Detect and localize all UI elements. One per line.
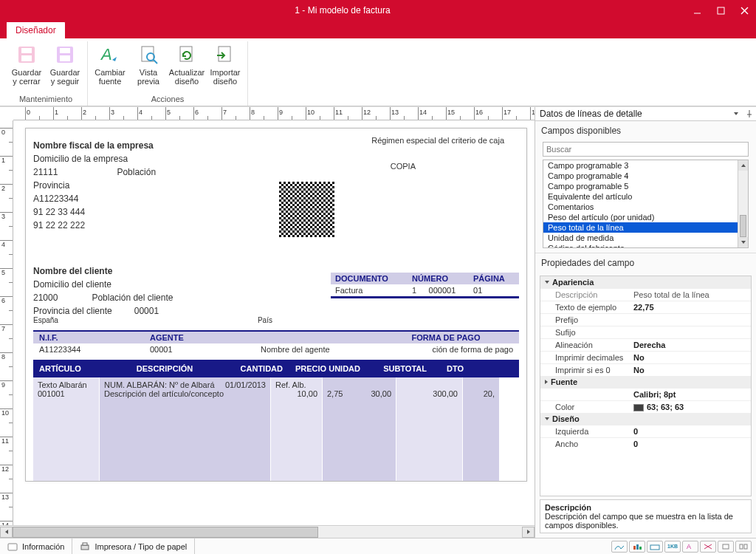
group-apariencia[interactable]: Apariencia bbox=[540, 276, 751, 288]
client-country-label: País bbox=[258, 316, 272, 324]
minimize-button[interactable] bbox=[685, 0, 709, 21]
agente-code: 00001 bbox=[150, 345, 261, 354]
maximize-button[interactable] bbox=[709, 0, 732, 21]
group-fuente[interactable]: Fuente bbox=[540, 376, 751, 388]
import-design-button[interactable]: Importar diseño bbox=[206, 41, 244, 93]
field-item[interactable]: Campo programable 3 bbox=[543, 160, 738, 171]
status-mini-8[interactable] bbox=[735, 541, 752, 553]
grid-header: ARTÍCULO DESCRIPCIÓN CANTIDAD PRECIO UNI… bbox=[33, 360, 519, 377]
status-mini-4[interactable]: 1KB bbox=[664, 541, 681, 553]
design-canvas[interactable]: Nombre fiscal de la empresa Domicilio de… bbox=[13, 120, 535, 525]
save-continue-icon bbox=[53, 43, 77, 66]
status-mini-3[interactable] bbox=[647, 541, 663, 553]
statusbar: Información Impresora / Tipo de papel 1K… bbox=[0, 538, 756, 554]
svg-rect-17 bbox=[81, 545, 89, 550]
panel-selector[interactable]: Datos de líneas de detalle bbox=[535, 107, 743, 120]
change-font-button[interactable]: A Cambiar fuente bbox=[91, 41, 129, 93]
regimen-label: Régimen especial del criterio de caja bbox=[371, 136, 504, 145]
search-input[interactable] bbox=[543, 142, 749, 157]
field-item[interactable]: Equivalente del artículo bbox=[543, 191, 738, 202]
vertical-ruler: 0123456789101112131415 bbox=[0, 120, 13, 525]
svg-rect-16 bbox=[8, 544, 17, 550]
tabstrip: Diseñador bbox=[0, 21, 756, 38]
preview-icon bbox=[137, 43, 160, 66]
field-item[interactable]: Peso total de la línea bbox=[543, 222, 738, 233]
font-icon: A bbox=[98, 43, 122, 66]
scroll-thumb[interactable] bbox=[13, 527, 318, 538]
svg-text:A: A bbox=[687, 543, 691, 550]
tab-designer[interactable]: Diseñador bbox=[6, 21, 66, 38]
col-nif-header: N.I.F. bbox=[39, 333, 150, 342]
company-zip: 21111 bbox=[33, 167, 58, 177]
company-address: Domicilio de la empresa bbox=[33, 151, 519, 164]
field-list-scrollbar[interactable] bbox=[738, 160, 748, 247]
refresh-icon bbox=[175, 43, 199, 66]
titlebar: 1 - Mi modelo de factura bbox=[0, 0, 756, 21]
save-close-icon bbox=[15, 43, 38, 66]
field-item[interactable]: Campo programable 4 bbox=[543, 171, 738, 181]
qr-code bbox=[279, 182, 334, 237]
status-mini-1[interactable] bbox=[611, 541, 628, 553]
statusbar-printer-button[interactable]: Impresora / Tipo de papel bbox=[72, 538, 195, 554]
company-province: Provincia bbox=[33, 177, 519, 191]
import-icon bbox=[213, 43, 237, 66]
refresh-design-button[interactable]: Actualizar diseño bbox=[168, 41, 206, 93]
close-button[interactable] bbox=[732, 0, 756, 21]
field-item[interactable]: Campo programable 5 bbox=[543, 181, 738, 191]
status-mini-7[interactable] bbox=[718, 541, 734, 553]
properties-panel: Datos de líneas de detalle Campos dispon… bbox=[535, 107, 756, 538]
property-grid[interactable]: Apariencia DescripciónPeso total de la l… bbox=[540, 276, 752, 496]
line0-text: Texto Albarán bbox=[38, 380, 94, 389]
available-fields-title: Campos disponibles bbox=[535, 121, 756, 140]
doc-info-table: DOCUMENTO NÚMERO PÁGINA Factura 1 000001… bbox=[331, 273, 519, 298]
scroll-left-button[interactable] bbox=[0, 527, 13, 538]
forma-pago: ción de forma de pago bbox=[379, 345, 513, 354]
info-icon bbox=[7, 541, 18, 552]
client-country: España bbox=[33, 316, 58, 324]
grid-body: Texto Albarán 001001 NUM. ALBARÁN: Nº de… bbox=[33, 377, 519, 481]
company-vat: A11223344 bbox=[33, 191, 519, 204]
ribbon: Guardar y cerrar Guardar y seguir Manten… bbox=[0, 38, 756, 106]
svg-line-13 bbox=[154, 60, 157, 64]
save-close-button[interactable]: Guardar y cerrar bbox=[7, 41, 46, 93]
scroll-right-button[interactable] bbox=[522, 527, 535, 538]
svg-rect-26 bbox=[744, 544, 747, 549]
panel-pin-button[interactable] bbox=[743, 107, 756, 120]
field-item[interactable]: Código del fabricante bbox=[543, 243, 738, 247]
client-province: Provincia del cliente bbox=[33, 306, 112, 316]
svg-rect-22 bbox=[650, 545, 659, 550]
horizontal-ruler: 0123456789101112131415161718 bbox=[13, 107, 535, 120]
status-mini-2[interactable] bbox=[629, 541, 645, 553]
svg-rect-9 bbox=[60, 48, 70, 53]
nif-value: A11223344 bbox=[39, 345, 150, 354]
svg-rect-18 bbox=[83, 543, 87, 545]
svg-rect-21 bbox=[639, 547, 642, 550]
save-continue-button[interactable]: Guardar y seguir bbox=[46, 41, 84, 93]
company-phone2: 91 22 22 222 bbox=[33, 217, 519, 230]
page: Nombre fiscal de la empresa Domicilio de… bbox=[25, 128, 527, 482]
horizontal-scrollbar[interactable] bbox=[0, 525, 535, 538]
svg-rect-15 bbox=[219, 47, 230, 61]
company-city: Población bbox=[117, 167, 156, 177]
ribbon-group-actions-label: Acciones bbox=[91, 93, 244, 106]
ribbon-group-maintenance-label: Mantenimiento bbox=[7, 93, 84, 106]
status-mini-5[interactable]: A bbox=[682, 541, 698, 553]
field-item[interactable]: Unidad de medida bbox=[543, 233, 738, 243]
window-title: 1 - Mi modelo de factura bbox=[0, 5, 685, 16]
agente-name: Nombre del agente bbox=[261, 345, 379, 354]
field-item[interactable]: Peso del artículo (por unidad) bbox=[543, 212, 738, 222]
group-design[interactable]: Diseño bbox=[540, 413, 751, 425]
field-props-title: Propiedades del campo bbox=[535, 253, 756, 273]
field-list[interactable]: Campo programable 3Campo programable 4Ca… bbox=[543, 160, 749, 248]
color-swatch bbox=[633, 404, 644, 411]
line1-art: 001001 bbox=[38, 389, 94, 398]
statusbar-info-button[interactable]: Información bbox=[0, 538, 72, 554]
svg-rect-6 bbox=[21, 48, 32, 53]
svg-rect-5 bbox=[21, 55, 32, 61]
col-pago-header: FORMA DE PAGO bbox=[379, 333, 513, 342]
status-mini-6[interactable] bbox=[700, 541, 716, 553]
client-code: 00001 bbox=[134, 306, 159, 316]
field-item[interactable]: Comentarios bbox=[543, 202, 738, 212]
preview-button[interactable]: Vista previa bbox=[129, 41, 168, 93]
svg-rect-8 bbox=[60, 55, 70, 61]
